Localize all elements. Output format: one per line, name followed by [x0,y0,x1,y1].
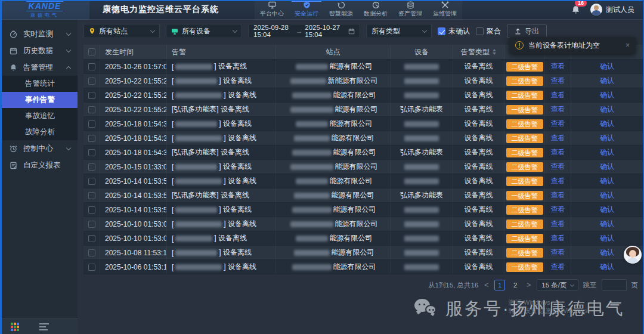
row-checkbox[interactable] [88,264,95,271]
sidebar-item-event-alarm[interactable]: 事件告警 [0,92,78,108]
confirm-link[interactable]: 确认 [600,219,614,229]
confirm-link[interactable]: 确认 [600,61,614,72]
row-checkbox[interactable] [88,63,95,70]
alarm-level-badge[interactable]: 二级告警 [506,119,543,129]
alarm-level-badge[interactable]: 二级告警 [506,234,543,243]
view-link[interactable]: 查看 [551,262,565,272]
view-link[interactable]: 查看 [551,162,565,172]
row-checkbox[interactable] [88,92,95,99]
cell-station: 能源有限公司 [276,217,391,231]
sidebar-item-control-center[interactable]: 控制中心 [0,140,78,157]
confirm-link[interactable]: 确认 [600,190,614,200]
confirm-link[interactable]: 确认 [600,162,614,172]
device-select[interactable]: 所有设备 [166,24,242,38]
confirm-link[interactable]: 确认 [600,176,614,186]
alarm-level-badge[interactable]: 一级告警 [506,262,543,272]
list-menu-icon[interactable] [39,323,49,330]
sidebar-item-fault-analysis[interactable]: 故障分析 [0,124,78,140]
prev-page-button[interactable]: < [483,281,490,289]
nav-item-analysis[interactable]: 数据分析 [358,0,393,20]
alarm-level-badge[interactable]: 二级告警 [506,148,543,157]
confirm-link[interactable]: 确认 [600,248,614,258]
view-link[interactable]: 查看 [551,119,565,129]
aggregate-checkbox[interactable]: 聚合 [476,26,501,36]
alarm-level-badge[interactable]: 二级告警 [506,177,543,186]
view-link[interactable]: 查看 [551,133,565,143]
confirm-link[interactable]: 确认 [600,90,614,100]
row-checkbox[interactable] [88,120,95,128]
alarm-level-badge[interactable]: 二级告警 [506,91,543,100]
sidebar-item-realtime[interactable]: 实时监测 [0,26,78,42]
view-link[interactable]: 查看 [551,219,565,229]
sidebar-item-alarm-management[interactable]: 告警管理 [0,59,78,76]
confirm-link[interactable]: 确认 [600,133,614,143]
view-link[interactable]: 查看 [551,76,565,86]
cell-time: 2025-10-14 01:53:51 [100,174,167,188]
view-link[interactable]: 查看 [551,61,565,72]
sidebar-item-history[interactable]: 历史数据 [0,42,78,59]
alarm-level-badge[interactable]: 一级告警 [506,191,543,200]
jump-page-input[interactable] [602,279,627,291]
row-checkbox[interactable] [88,149,95,156]
alarm-level-badge[interactable]: 一级告警 [506,105,543,115]
confirm-link[interactable]: 确认 [600,104,614,115]
row-checkbox[interactable] [88,249,95,256]
view-link[interactable]: 查看 [551,176,565,186]
confirm-link[interactable]: 确认 [600,233,614,243]
sort-icon[interactable] [493,49,496,55]
row-checkbox[interactable] [88,178,95,185]
view-link[interactable]: 查看 [551,233,565,243]
nav-item-ops[interactable]: 运维管理 [428,0,462,20]
alarm-level-badge[interactable]: 二级告警 [506,205,543,215]
view-link[interactable]: 查看 [551,205,565,215]
nav-item-assets[interactable]: 资产管理 [393,0,428,20]
select-all-checkbox[interactable] [88,48,95,55]
alarm-level-badge[interactable]: 二级告警 [506,219,543,229]
unconfirmed-checkbox[interactable]: 未确认 [438,26,470,36]
row-checkbox[interactable] [88,206,95,214]
station-select[interactable]: 所有站点 [83,24,160,38]
row-checkbox[interactable] [88,221,95,228]
notification-bell[interactable]: 16 [569,3,582,16]
sidebar-item-custom-report[interactable]: 自定义报表 [0,157,78,174]
row-checkbox[interactable] [88,106,95,113]
view-link[interactable]: 查看 [551,90,565,100]
app-grid-icon[interactable] [11,323,19,331]
type-select[interactable]: 所有类型 [366,24,432,38]
nav-item-energy[interactable]: 智慧能源 [324,0,358,20]
view-link[interactable]: 查看 [551,248,565,258]
row-checkbox[interactable] [88,192,95,199]
assistant-avatar[interactable] [624,246,642,264]
nav-item-safety[interactable]: 安全运行 [289,0,324,20]
confirm-link[interactable]: 确认 [600,147,614,157]
view-link[interactable]: 查看 [551,104,565,115]
cell-alarm-type: 设备离线 [453,146,504,159]
row-checkbox[interactable] [88,235,95,242]
alarm-level-badge[interactable]: 二级告警 [506,76,543,86]
alarm-level-badge[interactable]: 二级告警 [506,134,543,143]
row-checkbox[interactable] [88,78,95,85]
user-menu[interactable]: 测试人员 [590,4,634,16]
next-page-button[interactable]: > [525,281,532,289]
sidebar-item-alarm-statistics[interactable]: 告警统计 [0,76,78,92]
page-size-select[interactable]: 15 条/页 [537,279,578,291]
confirm-link[interactable]: 确认 [600,119,614,129]
confirm-link[interactable]: 确认 [600,262,614,272]
cell-alarm: [] 设备离线 [167,117,276,131]
view-link[interactable]: 查看 [551,147,565,157]
page-number-2[interactable]: 2 [510,280,521,290]
confirm-link[interactable]: 确认 [600,76,614,86]
export-button[interactable]: 导出 [507,24,547,38]
row-checkbox[interactable] [88,163,95,171]
nav-item-platform[interactable]: 平台中心 [255,0,289,20]
sidebar-item-accident-recall[interactable]: 事故追忆 [0,108,78,124]
confirm-link[interactable]: 确认 [600,205,614,215]
alarm-level-badge[interactable]: 二级告警 [506,62,543,72]
row-checkbox[interactable] [88,135,95,142]
date-range-picker[interactable]: 2025-09-28 15:04 → 2025-10-27 15:04 [248,24,360,38]
alarm-level-badge[interactable]: 二级告警 [506,162,543,172]
alarm-level-badge[interactable]: 二级告警 [506,248,543,258]
page-number-1[interactable]: 1 [494,280,505,290]
close-icon[interactable]: × [626,41,630,50]
view-link[interactable]: 查看 [551,190,565,200]
